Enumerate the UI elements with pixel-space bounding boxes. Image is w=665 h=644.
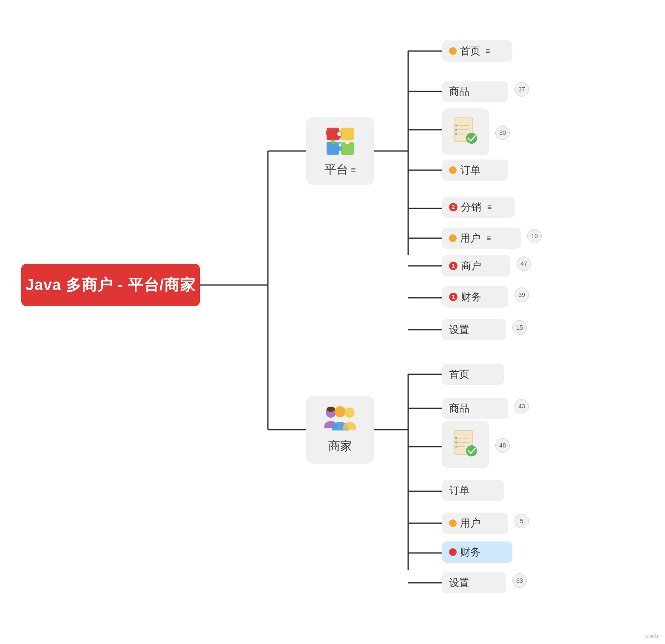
p-settings-badge: 15 bbox=[512, 320, 527, 335]
p-homepage-dot bbox=[449, 47, 457, 55]
p-homepage-leaf: 首页 ≡ bbox=[442, 40, 512, 62]
m-users-label: 用户 bbox=[460, 516, 480, 530]
p-settings-badge-text: 15 bbox=[516, 324, 523, 331]
p-users-label: 用户 bbox=[460, 231, 480, 245]
p-users-badge: 10 bbox=[527, 229, 542, 243]
root-node: Java 多商户 - 平台/商家 bbox=[21, 264, 200, 306]
platform-text: 平台 bbox=[324, 162, 348, 178]
p-distribution-dot: 2 bbox=[449, 203, 458, 211]
svg-point-35 bbox=[327, 407, 335, 412]
m-doc-badge-text: 48 bbox=[499, 442, 506, 449]
p-users-leaf: 用户 ≡ bbox=[442, 228, 521, 249]
p-distribution-menu: ≡ bbox=[487, 203, 492, 212]
p-users-badge-text: 10 bbox=[531, 233, 538, 239]
svg-point-36 bbox=[335, 406, 346, 417]
p-homepage-label: 首页 bbox=[460, 44, 480, 58]
p-finance-badge-text: 39 bbox=[518, 291, 525, 298]
m-settings-badge: 63 bbox=[512, 573, 527, 588]
people-icon bbox=[323, 405, 357, 435]
puzzle-icon bbox=[323, 124, 357, 158]
svg-point-52 bbox=[455, 437, 457, 439]
svg-point-31 bbox=[330, 140, 335, 145]
watermark: uiiieb bbox=[645, 633, 658, 639]
m-order-leaf: 订单 bbox=[442, 480, 504, 501]
p-users-menu: ≡ bbox=[486, 234, 491, 243]
m-homepage-label: 首页 bbox=[449, 368, 469, 381]
p-merchants-leaf: 1 商户 bbox=[442, 255, 510, 276]
m-doc-leaf bbox=[442, 421, 489, 468]
m-order-label: 订单 bbox=[449, 484, 469, 497]
merchant-text: 商家 bbox=[328, 438, 352, 454]
svg-point-32 bbox=[337, 132, 341, 136]
m-finance-leaf: 财务 bbox=[442, 541, 512, 563]
m-users-dot bbox=[449, 519, 457, 527]
p-goods-leaf: 商品 bbox=[442, 81, 508, 102]
p-distribution-leaf: 2 分销 ≡ bbox=[442, 197, 514, 218]
svg-point-53 bbox=[455, 442, 457, 444]
merchant-node: 商家 bbox=[306, 396, 374, 464]
svg-rect-25 bbox=[341, 128, 354, 140]
svg-point-37 bbox=[344, 407, 355, 418]
p-merchants-badge: 47 bbox=[517, 256, 531, 271]
p-users-dot bbox=[449, 234, 457, 242]
m-finance-label: 财务 bbox=[460, 545, 480, 559]
m-finance-dot bbox=[449, 548, 457, 556]
m-homepage-leaf: 首页 bbox=[442, 364, 504, 385]
platform-menu-icon: ≡ bbox=[351, 165, 356, 175]
m-users-leaf: 用户 bbox=[442, 513, 508, 534]
p-order-dot bbox=[449, 166, 457, 174]
m-settings-label: 设置 bbox=[449, 576, 469, 590]
svg-point-29 bbox=[337, 146, 342, 151]
p-distribution-label: 分销 bbox=[461, 200, 481, 214]
svg-point-45 bbox=[455, 133, 457, 135]
m-goods-leaf: 商品 bbox=[442, 398, 508, 419]
p-merchants-badge-text: 47 bbox=[520, 260, 527, 267]
p-doc-badge-text: 30 bbox=[499, 129, 506, 136]
svg-point-43 bbox=[455, 125, 457, 127]
svg-point-54 bbox=[455, 446, 457, 448]
p-settings-label: 设置 bbox=[449, 323, 469, 336]
p-homepage-menu: ≡ bbox=[486, 47, 490, 56]
m-settings-leaf: 设置 bbox=[442, 572, 506, 593]
p-settings-leaf: 设置 bbox=[442, 319, 506, 340]
p-order-label: 订单 bbox=[460, 163, 480, 177]
p-doc-icon bbox=[452, 117, 480, 147]
m-goods-badge: 43 bbox=[514, 399, 529, 413]
m-users-badge-text: 5 bbox=[520, 518, 523, 524]
p-merchants-label: 商户 bbox=[461, 259, 481, 273]
p-finance-dot: 1 bbox=[449, 293, 458, 301]
canvas: Java 多商户 - 平台/商家 平台 bbox=[0, 0, 665, 644]
connection-lines bbox=[0, 0, 665, 644]
svg-point-33 bbox=[345, 140, 350, 144]
m-doc-badge: 48 bbox=[495, 438, 510, 453]
m-users-badge: 5 bbox=[514, 514, 529, 528]
platform-label: 平台 ≡ bbox=[324, 162, 356, 178]
p-doc-badge: 30 bbox=[495, 125, 510, 140]
p-finance-label: 财务 bbox=[461, 290, 481, 304]
merchant-label: 商家 bbox=[328, 438, 352, 454]
m-doc-icon bbox=[452, 430, 480, 459]
m-goods-label: 商品 bbox=[449, 402, 469, 415]
m-settings-badge-text: 63 bbox=[516, 577, 523, 584]
svg-point-44 bbox=[455, 129, 457, 131]
p-goods-label: 商品 bbox=[449, 85, 469, 98]
platform-node: 平台 ≡ bbox=[306, 117, 374, 185]
root-label: Java 多商户 - 平台/商家 bbox=[26, 275, 196, 296]
p-order-leaf: 订单 bbox=[442, 160, 508, 181]
p-merchants-dot: 1 bbox=[449, 262, 458, 270]
p-finance-leaf: 1 财务 bbox=[442, 286, 508, 308]
p-finance-badge: 39 bbox=[514, 288, 529, 302]
p-doc-leaf bbox=[442, 108, 489, 155]
m-goods-badge-text: 43 bbox=[518, 403, 525, 410]
p-goods-badge: 37 bbox=[514, 82, 529, 97]
p-goods-badge-text: 37 bbox=[518, 86, 525, 93]
